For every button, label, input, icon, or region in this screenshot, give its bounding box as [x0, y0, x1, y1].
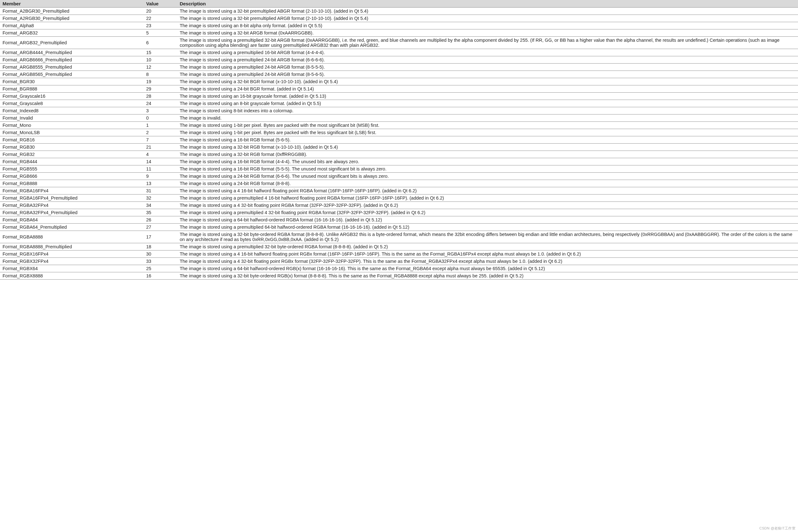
cell-value: 12 — [144, 63, 177, 71]
cell-description: The image is stored using a 4 16-bit hal… — [177, 187, 798, 194]
cell-description: The image is stored using a 32-bit RGB f… — [177, 144, 798, 151]
cell-description: The image is stored using a premultiplie… — [177, 56, 798, 63]
table-row: Format_RGBA8888_Premultiplied18The image… — [0, 243, 798, 250]
table-row: Format_Indexed83The image is stored usin… — [0, 107, 798, 114]
cell-description: The image is stored using a premultiplie… — [177, 224, 798, 231]
cell-description: The image is stored using a 64-bit halfw… — [177, 265, 798, 272]
cell-member: Format_RGBA32FPx4_Premultiplied — [0, 209, 144, 216]
table-row: Format_RGBA6426The image is stored using… — [0, 216, 798, 224]
cell-member: Format_RGBA16FPx4 — [0, 187, 144, 194]
cell-member: Format_RGB555 — [0, 166, 144, 173]
cell-value: 32 — [144, 194, 177, 202]
cell-value: 25 — [144, 265, 177, 272]
table-row: Format_RGBA32FPx4_Premultiplied35The ima… — [0, 209, 798, 216]
cell-value: 27 — [144, 224, 177, 231]
table-row: Format_RGBX888816The image is stored usi… — [0, 272, 798, 280]
table-row: Format_RGBX16FPx430The image is stored u… — [0, 250, 798, 258]
cell-description: The image is stored using an 8-bit alpha… — [177, 22, 798, 30]
cell-value: 1 — [144, 122, 177, 129]
table-row: Format_RGB88813The image is stored using… — [0, 180, 798, 187]
cell-member: Format_RGB666 — [0, 173, 144, 180]
cell-member: Format_RGBA64 — [0, 216, 144, 224]
cell-description: The image is stored using a 4 16-bit hal… — [177, 250, 798, 258]
cell-description: The image is stored using a premultiplie… — [177, 71, 798, 78]
cell-description: The image is stored using a 32-bit byte-… — [177, 272, 798, 280]
cell-member: Format_RGBA16FPx4_Premultiplied — [0, 194, 144, 202]
cell-description: The image is stored using a premultiplie… — [177, 194, 798, 202]
table-row: Format_A2RGB30_Premultiplied22The image … — [0, 15, 798, 22]
cell-description: The image is stored using a 32-bit premu… — [177, 7, 798, 15]
cell-value: 20 — [144, 7, 177, 15]
cell-member: Format_Mono — [0, 122, 144, 129]
cell-description: The image is stored using a premultiplie… — [177, 63, 798, 71]
cell-description: The image is stored using 1-bit per pixe… — [177, 122, 798, 129]
header-value: Value — [144, 0, 177, 7]
cell-value: 19 — [144, 78, 177, 86]
table-row: Format_RGBX32FPx433The image is stored u… — [0, 258, 798, 265]
table-row: Format_ARGB6666_Premultiplied10The image… — [0, 56, 798, 63]
cell-member: Format_ARGB8555_Premultiplied — [0, 63, 144, 71]
cell-value: 21 — [144, 144, 177, 151]
cell-member: Format_MonoLSB — [0, 129, 144, 136]
cell-value: 35 — [144, 209, 177, 216]
cell-member: Format_ARGB32 — [0, 30, 144, 37]
table-row: Format_RGB6669The image is stored using … — [0, 173, 798, 180]
cell-value: 17 — [144, 231, 177, 243]
cell-value: 30 — [144, 250, 177, 258]
table-row: Format_ARGB4444_Premultiplied15The image… — [0, 49, 798, 56]
cell-value: 15 — [144, 49, 177, 56]
cell-member: Format_RGB32 — [0, 151, 144, 158]
cell-member: Format_RGBA8888_Premultiplied — [0, 243, 144, 250]
cell-description: The image is stored using a 32-bit RGB f… — [177, 151, 798, 158]
header-description: Description — [177, 0, 798, 7]
cell-member: Format_RGBA32FPx4 — [0, 202, 144, 209]
cell-member: Format_Indexed8 — [0, 107, 144, 114]
table-row: Format_RGBX6425The image is stored using… — [0, 265, 798, 272]
format-table: Member Value Description Format_A2BGR30_… — [0, 0, 798, 280]
cell-description: The image is stored using a 24-bit BGR f… — [177, 86, 798, 93]
cell-value: 7 — [144, 136, 177, 144]
cell-value: 18 — [144, 243, 177, 250]
cell-value: 22 — [144, 15, 177, 22]
table-row: Format_Alpha823The image is stored using… — [0, 22, 798, 30]
table-row: Format_RGB3021The image is stored using … — [0, 144, 798, 151]
cell-description: The image is stored using a 16-bit RGB f… — [177, 166, 798, 173]
table-row: Format_ARGB8555_Premultiplied12The image… — [0, 63, 798, 71]
table-body: Format_A2BGR30_Premultiplied20The image … — [0, 7, 798, 280]
cell-value: 0 — [144, 114, 177, 122]
cell-description: The image is stored using a 32-bit ARGB … — [177, 30, 798, 37]
cell-description: The image is stored using a 4 32-bit flo… — [177, 258, 798, 265]
cell-value: 9 — [144, 173, 177, 180]
table-row: Format_RGB324The image is stored using a… — [0, 151, 798, 158]
cell-description: The image is stored using an 8-bit grays… — [177, 100, 798, 107]
table-row: Format_ARGB8565_Premultiplied8The image … — [0, 71, 798, 78]
cell-value: 23 — [144, 22, 177, 30]
cell-value: 6 — [144, 37, 177, 49]
cell-member: Format_RGBX8888 — [0, 272, 144, 280]
cell-member: Format_RGB888 — [0, 180, 144, 187]
cell-member: Format_RGBX64 — [0, 265, 144, 272]
cell-description: The image is stored using a premultiplie… — [177, 243, 798, 250]
cell-description: The image is stored using a premultiplie… — [177, 49, 798, 56]
cell-description: The image is stored using an 16-bit gray… — [177, 93, 798, 100]
cell-member: Format_ARGB6666_Premultiplied — [0, 56, 144, 63]
cell-member: Format_RGB444 — [0, 158, 144, 166]
cell-description: The image is stored using a premultiplie… — [177, 37, 798, 49]
table-row: Format_RGBA888817The image is stored usi… — [0, 231, 798, 243]
cell-description: The image is stored using a 24-bit RGB f… — [177, 180, 798, 187]
cell-value: 11 — [144, 166, 177, 173]
cell-value: 5 — [144, 30, 177, 37]
table-row: Format_Invalid0The image is invalid. — [0, 114, 798, 122]
cell-description: The image is stored using 1-bit per pixe… — [177, 129, 798, 136]
cell-description: The image is stored using a 24-bit RGB f… — [177, 173, 798, 180]
table-header-row: Member Value Description — [0, 0, 798, 7]
cell-member: Format_Grayscale16 — [0, 93, 144, 100]
cell-value: 2 — [144, 129, 177, 136]
cell-value: 16 — [144, 272, 177, 280]
cell-value: 13 — [144, 180, 177, 187]
table-row: Format_RGB55511The image is stored using… — [0, 166, 798, 173]
cell-member: Format_RGBA64_Premultiplied — [0, 224, 144, 231]
table-row: Format_RGBA16FPx4_Premultiplied32The ima… — [0, 194, 798, 202]
table-row: Format_Mono1The image is stored using 1-… — [0, 122, 798, 129]
cell-value: 29 — [144, 86, 177, 93]
